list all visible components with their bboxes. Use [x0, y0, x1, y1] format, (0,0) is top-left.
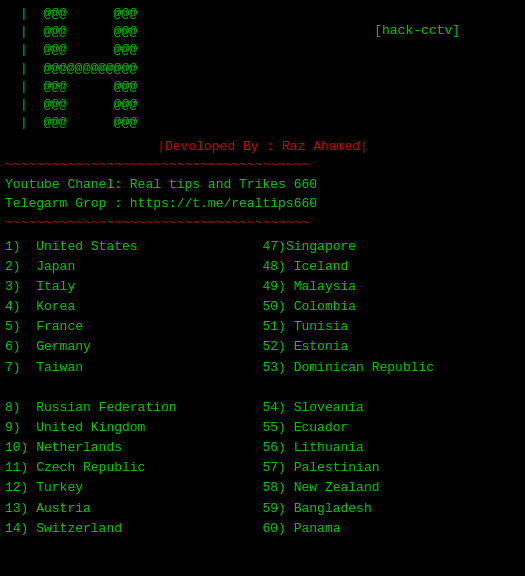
country-60: 60) Panama: [263, 519, 521, 539]
country-59: 59) Bangladesh: [263, 499, 521, 519]
country-55: 55) Ecuador: [263, 418, 521, 438]
countries-grid: 1) United States 2) Japan 3) Italy 4) Ko…: [5, 237, 520, 539]
divider-2: ~~~~~~~~~~~~~~~~~~~~~~~~~~~~~~~~~~~~~~~: [5, 214, 520, 232]
countries-left-col: 1) United States 2) Japan 3) Italy 4) Ko…: [5, 237, 263, 539]
country-6: 6) Germany: [5, 337, 263, 357]
country-4: 4) Korea: [5, 297, 263, 317]
country-5: 5) France: [5, 317, 263, 337]
countries-section: 1) United States 2) Japan 3) Italy 4) Ko…: [5, 237, 520, 539]
country-10: 10) Netherlands: [5, 438, 263, 458]
developer-credit: |Devoloped By : Raz Ahamed|: [5, 139, 520, 154]
country-49: 49) Malaysia: [263, 277, 521, 297]
country-50: 50) Colombia: [263, 297, 521, 317]
country-13: 13) Austria: [5, 499, 263, 519]
country-57: 57) Palestinian: [263, 458, 521, 478]
countries-right-col: 47)Singapore 48) Iceland 49) Malaysia 50…: [263, 237, 521, 539]
country-8: 8) Russian Federation: [5, 398, 263, 418]
country-2: 2) Japan: [5, 257, 263, 277]
country-12: 12) Turkey: [5, 478, 263, 498]
country-54: 54) Sloveania: [263, 398, 521, 418]
country-56: 56) Lithuania: [263, 438, 521, 458]
country-spacer-1: [5, 378, 263, 398]
country-9: 9) United Kingdom: [5, 418, 263, 438]
country-14: 14) Switzerland: [5, 519, 263, 539]
country-48: 48) Iceland: [263, 257, 521, 277]
telegram-group: Telegarm Grop : https://t.me/realtips660: [5, 194, 520, 214]
country-51: 51) Tunisia: [263, 317, 521, 337]
country-58: 58) New Zealand: [263, 478, 521, 498]
country-11: 11) Czech Republic: [5, 458, 263, 478]
country-53: 53) Dominican Republic: [263, 358, 521, 378]
youtube-channel: Youtube Chanel: Real tips and Trikes 660: [5, 175, 520, 195]
country-47: 47)Singapore: [263, 237, 521, 257]
country-1: 1) United States: [5, 237, 263, 257]
country-52: 52) Estonia: [263, 337, 521, 357]
country-7: 7) Taiwan: [5, 358, 263, 378]
country-3: 3) Italy: [5, 277, 263, 297]
hack-cctv-label: [hack-cctv]: [374, 23, 460, 38]
divider-1: ~~~~~~~~~~~~~~~~~~~~~~~~~~~~~~~~~~~~~~~: [5, 156, 520, 174]
country-spacer-2: [263, 378, 521, 398]
